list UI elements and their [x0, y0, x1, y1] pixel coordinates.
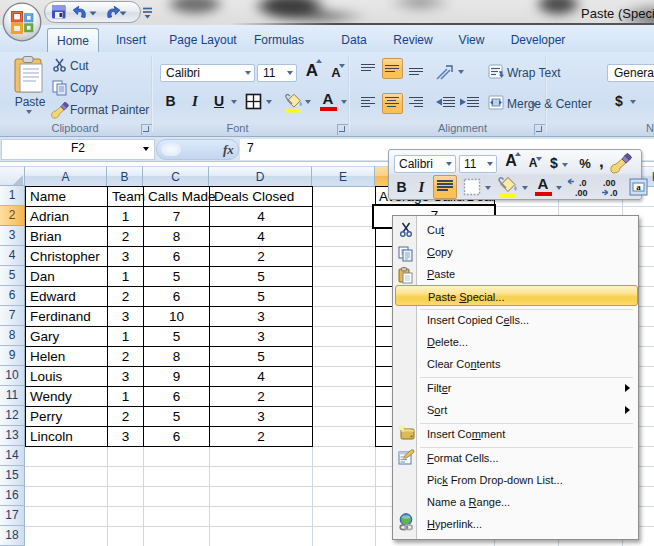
svg-text:.00: .00 [575, 188, 588, 198]
svg-text:a: a [636, 182, 641, 192]
svg-text:.0: .0 [610, 188, 618, 198]
svg-text:.00: .00 [603, 178, 616, 188]
svg-text:.0: .0 [579, 178, 587, 188]
